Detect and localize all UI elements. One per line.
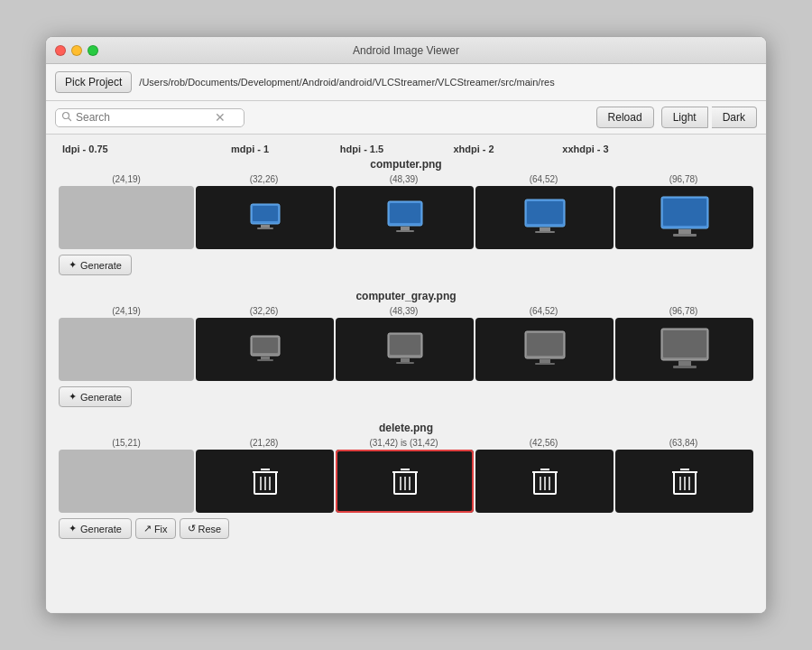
image-cell-xxhdpi-computer-gray[interactable] <box>615 318 753 381</box>
monitor-icon-xhdpi <box>522 198 567 237</box>
image-cell-xhdpi-computer-gray[interactable] <box>475 318 614 381</box>
size-hdpi-computer: (48,39) <box>334 174 474 184</box>
svg-rect-24 <box>401 358 410 362</box>
generate-row-delete: ✦ Generate ↗ Fix ↺ Rese <box>59 518 753 539</box>
dark-theme-button[interactable]: Dark <box>712 107 757 128</box>
theme-toggle: Light Dark <box>661 107 757 128</box>
svg-rect-9 <box>396 230 414 232</box>
size-row-delete: (15,21) (21,28) (31,42) is (31,42) (42,5… <box>59 438 753 448</box>
image-cell-xhdpi-delete[interactable] <box>475 450 614 513</box>
wand-icon: ✦ <box>69 259 77 271</box>
image-cell-xhdpi-computer[interactable] <box>475 186 614 249</box>
image-cell-ldpi-computer[interactable] <box>59 186 194 249</box>
generate-row-computer-gray: ✦ Generate <box>59 386 753 407</box>
minimize-button[interactable] <box>71 45 82 56</box>
svg-rect-4 <box>261 225 270 228</box>
size-xhdpi-computer: (64,52) <box>474 174 614 184</box>
reload-button[interactable]: Reload <box>596 107 654 128</box>
group-title-computer-gray: computer_gray.png <box>59 290 753 302</box>
fix-icon: ↗ <box>143 523 152 534</box>
image-cell-hdpi-computer-gray[interactable] <box>336 318 474 381</box>
generate-label-delete: Generate <box>80 524 122 534</box>
size-ldpi-computer-gray: (24,19) <box>59 306 194 316</box>
size-xxhdpi-delete: (63,84) <box>614 438 753 448</box>
generate-label-computer-gray: Generate <box>80 392 122 403</box>
monitor-gray-icon-hdpi <box>385 331 425 367</box>
trash-icon-hdpi <box>392 465 418 497</box>
svg-point-0 <box>63 112 69 118</box>
dpi-label-ldpi: ldpi - 0.75 <box>59 144 194 154</box>
group-title-delete: delete.png <box>59 422 753 434</box>
monitor-gray-icon-mdpi <box>248 334 282 365</box>
monitor-icon-hdpi <box>385 200 425 236</box>
image-cell-xxhdpi-delete[interactable] <box>615 450 753 513</box>
monitor-gray-icon-xhdpi <box>522 330 567 369</box>
size-mdpi-computer-gray: (32,26) <box>194 306 334 316</box>
image-row-computer <box>59 186 753 249</box>
project-path: /Users/rob/Documents/Development/Android… <box>139 77 757 88</box>
size-hdpi-delete: (31,42) is (31,42) <box>334 438 474 448</box>
image-row-delete <box>59 450 753 513</box>
image-cell-hdpi-computer[interactable] <box>336 186 474 249</box>
image-cell-mdpi-computer[interactable] <box>196 186 334 249</box>
svg-rect-16 <box>678 229 691 234</box>
generate-button-delete[interactable]: ✦ Generate <box>59 518 132 539</box>
wand-icon-delete: ✦ <box>69 523 77 534</box>
dpi-label-xxhdpi: xxhdpi - 3 <box>530 144 641 154</box>
maximize-button[interactable] <box>88 45 98 56</box>
svg-rect-12 <box>540 228 550 231</box>
size-xhdpi-delete: (42,56) <box>474 438 614 448</box>
rese-icon: ↺ <box>188 523 196 534</box>
svg-line-1 <box>69 117 71 120</box>
window-title: Android Image Viewer <box>353 44 459 57</box>
size-row-computer-gray: (24,19) (32,26) (48,39) (64,52) (96,78) <box>59 306 753 316</box>
svg-rect-31 <box>663 330 706 358</box>
pick-project-button[interactable]: Pick Project <box>55 71 132 93</box>
image-cell-ldpi-computer-gray[interactable] <box>59 318 194 381</box>
size-mdpi-delete: (21,28) <box>194 438 334 448</box>
svg-rect-11 <box>527 201 563 224</box>
svg-rect-32 <box>678 361 691 366</box>
svg-rect-7 <box>390 203 420 223</box>
svg-rect-15 <box>663 199 706 226</box>
rese-label: Rese <box>198 524 222 534</box>
svg-rect-20 <box>261 357 270 359</box>
monitor-gray-icon-xxhdpi <box>659 327 711 372</box>
image-cell-mdpi-delete[interactable] <box>196 450 334 513</box>
image-cell-mdpi-computer-gray[interactable] <box>196 318 334 381</box>
trash-icon-mdpi <box>253 465 278 497</box>
wand-icon-gray: ✦ <box>69 391 77 403</box>
svg-rect-33 <box>673 366 697 368</box>
close-button[interactable] <box>55 45 66 56</box>
search-clear-icon[interactable]: ✕ <box>215 111 226 124</box>
size-hdpi-computer-gray: (48,39) <box>334 306 474 316</box>
main-window: Android Image Viewer Pick Project /Users… <box>45 36 767 614</box>
image-cell-xxhdpi-computer[interactable] <box>615 186 753 249</box>
content-area: ldpi - 0.75 mdpi - 1 hdpi - 1.5 xhdpi - … <box>46 135 766 613</box>
svg-rect-25 <box>396 362 414 364</box>
size-mdpi-computer: (32,26) <box>194 174 334 184</box>
svg-rect-27 <box>527 333 563 356</box>
svg-rect-28 <box>540 359 550 363</box>
svg-rect-5 <box>257 228 273 229</box>
rese-button[interactable]: ↺ Rese <box>180 518 230 539</box>
svg-rect-29 <box>535 363 555 365</box>
svg-rect-3 <box>253 206 278 221</box>
group-computer-gray: computer_gray.png (24,19) (32,26) (48,39… <box>59 290 753 407</box>
fix-button[interactable]: ↗ Fix <box>135 518 176 539</box>
search-field-wrap: ✕ <box>55 108 245 127</box>
monitor-icon-xxhdpi <box>659 195 711 240</box>
generate-button-computer[interactable]: ✦ Generate <box>59 255 132 275</box>
size-row-computer: (24,19) (32,26) (48,39) (64,52) (96,78) <box>59 174 753 184</box>
action-buttons: Reload Light Dark <box>596 107 757 128</box>
dpi-label-hdpi: hdpi - 1.5 <box>306 144 418 154</box>
search-toolbar: ✕ Reload Light Dark <box>46 101 766 135</box>
light-theme-button[interactable]: Light <box>661 107 708 128</box>
monitor-icon-mdpi <box>248 202 282 233</box>
search-input[interactable] <box>76 111 211 124</box>
image-cell-ldpi-delete[interactable] <box>59 450 194 513</box>
size-xxhdpi-computer: (96,78) <box>614 174 753 184</box>
svg-rect-21 <box>257 359 273 361</box>
image-cell-hdpi-delete[interactable] <box>336 450 474 513</box>
generate-button-computer-gray[interactable]: ✦ Generate <box>59 386 132 407</box>
